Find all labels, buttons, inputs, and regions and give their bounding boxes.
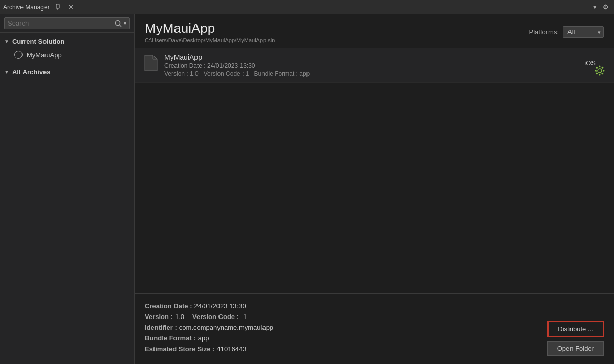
app-info: MyMauiApp C:\Users\Dave\Desktop\MyMauiAp…: [145, 20, 275, 43]
creation-date-value: 24/01/2023 13:30: [207, 62, 255, 70]
archive-list[interactable]: MyMauiApp Creation Date : 24/01/2023 13:…: [135, 48, 614, 293]
svg-point-2: [116, 20, 120, 25]
detail-store-size-label: Estimated Store Size :: [145, 345, 215, 353]
search-box: ▾: [4, 17, 130, 29]
app-path: C:\Users\Dave\Desktop\MyMauiApp\MyMauiAp…: [145, 37, 275, 43]
sidebar-section-current-solution: ▼ Current Solution MyMauiApp: [0, 33, 134, 63]
svg-rect-0: [56, 4, 59, 8]
settings-button[interactable]: ⚙: [601, 2, 611, 12]
app-title: MyMauiApp: [145, 20, 275, 36]
detail-version-label: Version :: [145, 313, 173, 321]
svg-point-13: [596, 73, 598, 74]
bundle-format-label: Bundle Format :: [254, 70, 298, 77]
version-code-label: Version Code :: [204, 70, 244, 77]
title-bar-right: ▾ ⚙: [589, 2, 611, 12]
svg-point-10: [596, 67, 598, 69]
search-icon-button[interactable]: [115, 20, 122, 27]
detail-actions: Distribute ... Open Folder: [547, 302, 604, 356]
archive-meta: Version : 1.0 Version Code : 1 Bundle Fo…: [164, 70, 606, 77]
chevron-icon: ▼: [4, 39, 9, 44]
detail-row-creation-date: Creation Date : 24/01/2023 13:30: [145, 302, 547, 310]
detail-info: Creation Date : 24/01/2023 13:30 Version…: [145, 302, 547, 356]
detail-panel: Creation Date : 24/01/2023 13:30 Version…: [135, 293, 614, 364]
archive-file-icon: [143, 53, 159, 73]
archive-entry[interactable]: MyMauiApp Creation Date : 24/01/2023 13:…: [135, 48, 614, 83]
open-folder-button[interactable]: Open Folder: [547, 341, 604, 356]
platforms-select-wrapper: All iOS Android: [563, 26, 604, 38]
version-value: 1.0: [190, 70, 199, 77]
all-archives-header[interactable]: ▼ All Archives: [0, 65, 134, 79]
search-icon: [115, 20, 122, 27]
detail-identifier-value: com.companyname.mymauiapp: [179, 324, 273, 331]
title-bar: Archive Manager ✕ ▾ ⚙: [0, 0, 614, 14]
pin-button[interactable]: [53, 2, 63, 12]
ios-settings-icon: [594, 64, 606, 77]
archive-info: MyMauiApp Creation Date : 24/01/2023 13:…: [164, 53, 606, 77]
detail-version-code-label: Version Code :: [192, 313, 239, 321]
svg-point-4: [598, 69, 602, 73]
sidebar-item-mymauiapp[interactable]: MyMauiApp: [0, 49, 134, 61]
detail-row-bundle-format: Bundle Format : app: [145, 334, 547, 342]
detail-version-code-value: 1: [243, 313, 247, 321]
sidebar: ▾ ▼ Current Solution MyMauiApp ▼ All Arc…: [0, 14, 135, 364]
version-label: Version :: [164, 70, 188, 77]
current-solution-header[interactable]: ▼ Current Solution: [0, 35, 134, 49]
svg-point-9: [603, 70, 605, 72]
app-icon: [14, 51, 23, 59]
detail-bundle-format-value: app: [198, 334, 209, 342]
bundle-format-value: app: [299, 70, 310, 77]
platforms-select[interactable]: All iOS Android: [563, 26, 604, 38]
close-button[interactable]: ✕: [66, 2, 76, 12]
distribute-button[interactable]: Distribute ...: [547, 321, 604, 337]
content-area: MyMauiApp C:\Users\Dave\Desktop\MyMauiAp…: [135, 14, 614, 364]
search-container: ▾: [0, 14, 134, 33]
detail-version-value: 1.0: [175, 313, 184, 321]
search-dropdown-icon[interactable]: ▾: [124, 20, 126, 26]
platforms-label: Platforms:: [529, 28, 559, 36]
detail-creation-date-value: 24/01/2023 13:30: [194, 302, 246, 310]
detail-row-version: Version : 1.0 Version Code : 1: [145, 313, 547, 321]
platforms-row: Platforms: All iOS Android: [529, 26, 604, 38]
file-icon-svg: [144, 54, 158, 72]
current-solution-label: Current Solution: [12, 38, 65, 46]
title-bar-left: Archive Manager ✕: [3, 2, 76, 12]
svg-line-3: [120, 25, 122, 27]
detail-creation-date-label: Creation Date :: [145, 302, 192, 310]
svg-point-7: [599, 74, 601, 76]
ios-icon: [594, 64, 606, 79]
sidebar-section-all-archives: ▼ All Archives: [0, 63, 134, 81]
title-bar-title: Archive Manager: [3, 4, 50, 11]
pin-icon: [54, 4, 61, 11]
detail-identifier-label: Identifier :: [145, 324, 177, 331]
archive-name: MyMauiApp: [164, 53, 606, 61]
sidebar-item-label: MyMauiApp: [27, 51, 62, 59]
svg-point-8: [595, 70, 597, 72]
search-input[interactable]: [8, 19, 113, 27]
all-archives-chevron: ▼: [4, 69, 9, 75]
all-archives-label: All Archives: [12, 68, 51, 76]
archive-date: Creation Date : 24/01/2023 13:30: [164, 62, 606, 70]
detail-bundle-format-label: Bundle Format :: [145, 334, 196, 342]
svg-point-11: [602, 73, 603, 74]
svg-point-12: [602, 67, 603, 69]
main-container: ▾ ▼ Current Solution MyMauiApp ▼ All Arc…: [0, 14, 614, 364]
version-code-value: 1: [246, 70, 249, 77]
detail-store-size-value: 41016443: [217, 345, 247, 353]
dropdown-button[interactable]: ▾: [589, 2, 600, 12]
detail-row-identifier: Identifier : com.companyname.mymauiapp: [145, 324, 547, 331]
content-header: MyMauiApp C:\Users\Dave\Desktop\MyMauiAp…: [135, 14, 614, 48]
detail-row-store-size: Estimated Store Size : 41016443: [145, 345, 547, 353]
creation-date-label: Creation Date :: [164, 62, 206, 70]
svg-point-6: [599, 66, 601, 67]
